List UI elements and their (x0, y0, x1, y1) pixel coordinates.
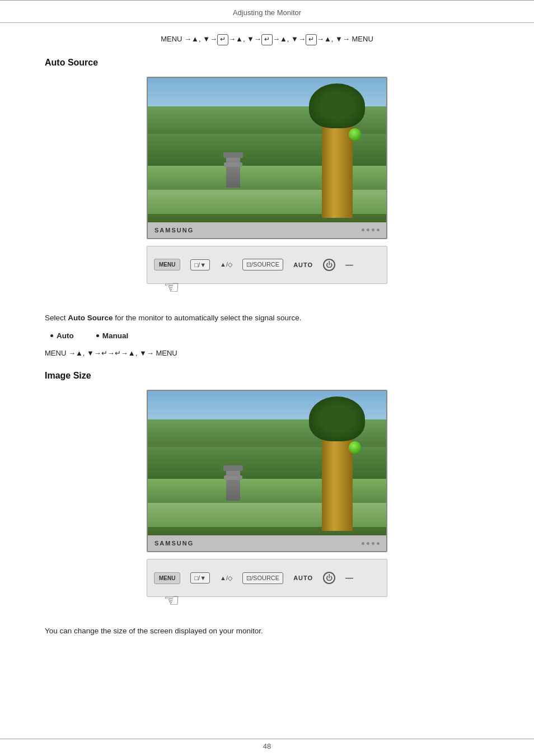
content-area: MENU →▲, ▼→↵→▲, ▼→↵→▲, ▼→↵→▲, ▼→ MENU Au… (0, 34, 534, 637)
page-header: Adjusting the Monitor (0, 4, 534, 23)
ctrl-nav-btn-1: □/▼ (190, 259, 210, 270)
ctrl-dot-3 (372, 228, 374, 231)
ctrl-dot-2 (367, 228, 369, 231)
ctrl-dot-4 (377, 228, 380, 231)
enter-btn-3: ↵ (306, 34, 317, 45)
garden-background (148, 78, 386, 238)
auto-source-heading: Auto Source (45, 58, 489, 68)
ctrl-dot-6 (367, 542, 369, 545)
top-border (0, 0, 534, 1)
ctrl-menu-label-1: MENU (159, 262, 175, 268)
ctrl-source-label-1: ⊡/SOURCE (246, 261, 279, 268)
tree-top-2 (309, 396, 365, 441)
ctrl-nav-label-1: □/▼ (194, 262, 206, 268)
auto-source-section: Auto Source SAMSUNG (45, 58, 489, 358)
ctrl-dot-8 (377, 542, 380, 545)
enter-btn-2: ↵ (261, 34, 273, 45)
ctrl-menu-btn-2: MENU (154, 572, 180, 584)
samsung-logo-1: SAMSUNG (154, 227, 194, 234)
green-ball-accent-2 (349, 441, 361, 454)
ctrl-dot-7 (372, 542, 374, 545)
enter-btn-5: ↵ (115, 349, 121, 357)
ctrl-auto-label-1: AUTO (293, 262, 313, 268)
ctrl-nav-label-2: □/▼ (194, 575, 206, 581)
image-size-description: You can change the size of the screen di… (45, 625, 489, 637)
enter-btn-1: ↵ (217, 34, 228, 45)
ctrl-dot-1 (362, 228, 364, 231)
monitor-controls-1 (362, 228, 380, 231)
pagoda-2 (226, 470, 240, 501)
nav-formula-1: MENU →▲, ▼→↵→▲, ▼→↵→▲, ▼→↵→▲, ▼→ MENU (45, 34, 489, 45)
pagoda (226, 157, 240, 188)
ctrl-menu-label-2: MENU (159, 575, 175, 581)
image-size-control-bar: MENU □/▼ ▲/◇ ⊡/SOURCE AUTO ⏻ — (147, 559, 387, 597)
ctrl-power-btn-1: ⏻ (323, 259, 335, 271)
samsung-logo-2: SAMSUNG (154, 540, 194, 547)
page-container: Adjusting the Monitor MENU →▲, ▼→↵→▲, ▼→… (0, 0, 534, 756)
bottom-border (0, 739, 534, 739)
image-size-images: SAMSUNG MENU (45, 390, 489, 614)
ctrl-dot-5 (362, 542, 364, 545)
image-size-monitor-screen: SAMSUNG (147, 390, 387, 552)
ctrl-arrow-2: ▲/◇ (220, 575, 232, 582)
hand-cursor-2: ☞ (163, 590, 180, 611)
tree-top (309, 83, 365, 128)
image-size-section: Image Size SAMSUNG (45, 371, 489, 637)
bullet-manual-label: Manual (102, 332, 129, 340)
header-title: Adjusting the Monitor (233, 8, 301, 17)
auto-source-bullets: Auto Manual (45, 332, 489, 340)
bullet-dot-auto (50, 334, 53, 337)
monitor-bottom-bar: SAMSUNG (148, 222, 386, 238)
ctrl-source-label-2: ⊡/SOURCE (246, 575, 279, 582)
auto-source-bold: Auto Source (68, 314, 113, 322)
ctrl-minus-1: — (345, 260, 353, 269)
ctrl-power-btn-2: ⏻ (323, 572, 335, 584)
nav-formula-2: MENU →▲, ▼→↵→↵→▲, ▼→ MENU (45, 349, 489, 357)
auto-source-monitor-screen: SAMSUNG (147, 77, 387, 239)
ctrl-minus-2: — (345, 573, 353, 582)
auto-source-images: SAMSUNG MENU (45, 77, 489, 301)
auto-source-description: Select Auto Source for the monitor to au… (45, 312, 489, 324)
enter-btn-4: ↵ (101, 349, 107, 357)
page-number: 48 (0, 742, 534, 750)
bullet-auto-label: Auto (57, 332, 74, 340)
ctrl-nav-btn-2: □/▼ (190, 572, 210, 584)
monitor-bottom-bar-2: SAMSUNG (148, 535, 386, 551)
ctrl-menu-btn-1: MENU (154, 259, 180, 270)
ctrl-auto-label-2: AUTO (293, 575, 313, 581)
hand-cursor-1: ☞ (163, 277, 180, 298)
garden-background-2 (148, 391, 386, 551)
ctrl-source-btn-1: ⊡/SOURCE (242, 259, 283, 270)
bullet-manual: Manual (96, 332, 129, 340)
ctrl-source-btn-2: ⊡/SOURCE (242, 572, 283, 584)
ctrl-arrow-1: ▲/◇ (220, 261, 232, 268)
auto-source-control-bar: MENU □/▼ ▲/◇ ⊡/SOURCE AUTO ⏻ — (147, 246, 387, 284)
bullet-dot-manual (96, 334, 99, 337)
bullet-auto: Auto (50, 332, 74, 340)
green-ball-accent (349, 128, 361, 141)
image-size-heading: Image Size (45, 371, 489, 381)
monitor-controls-2 (362, 542, 380, 545)
